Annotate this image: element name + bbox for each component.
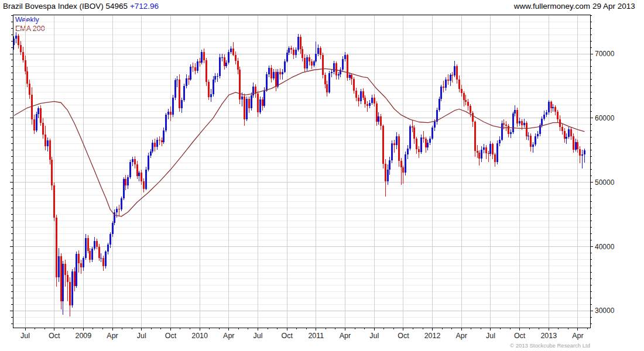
candle-down xyxy=(577,142,578,149)
candle-up xyxy=(568,129,570,137)
candle-down xyxy=(557,112,559,119)
x-axis-label: 2012 xyxy=(424,332,441,340)
candle-down xyxy=(443,87,444,88)
candle-up xyxy=(152,143,153,152)
candle-down xyxy=(154,143,156,147)
candle-down xyxy=(508,126,509,134)
candle-up xyxy=(251,95,252,108)
candle-down xyxy=(42,123,44,135)
candle-down xyxy=(353,79,355,91)
candle-up xyxy=(454,66,455,75)
candle-down xyxy=(456,66,458,80)
candle-down xyxy=(237,61,239,70)
candle-down xyxy=(478,153,480,159)
candle-down xyxy=(302,49,303,57)
candle-up xyxy=(342,59,344,70)
candle-up xyxy=(186,78,187,86)
candle-up xyxy=(100,258,102,259)
candle-down xyxy=(485,147,487,153)
candle-up xyxy=(213,80,214,94)
candle-down xyxy=(161,140,163,142)
candle-down xyxy=(351,75,352,79)
candle-up xyxy=(219,57,221,77)
candle-up xyxy=(266,74,268,90)
candle-up xyxy=(163,130,165,142)
candle-down xyxy=(492,144,494,155)
candle-up xyxy=(230,49,232,51)
candle-up xyxy=(391,143,393,161)
candle-up xyxy=(360,91,362,102)
candle-up xyxy=(123,179,125,198)
candle-down xyxy=(461,89,463,93)
candle-up xyxy=(523,123,525,125)
x-axis-label: Jul xyxy=(20,332,30,340)
candle-up xyxy=(252,87,254,95)
candle-down xyxy=(458,80,460,89)
candle-down xyxy=(561,127,563,131)
x-axis-label: Jul xyxy=(369,332,379,340)
candle-down xyxy=(474,122,476,150)
plot-border xyxy=(13,15,590,328)
candle-up xyxy=(378,116,379,122)
candle-up xyxy=(201,52,203,63)
candle-up xyxy=(37,108,39,114)
y-axis-label: 30000 xyxy=(595,307,615,315)
candle-down xyxy=(447,80,449,81)
candle-down xyxy=(380,116,382,126)
candle-down xyxy=(96,241,98,247)
candle-down xyxy=(554,107,556,112)
candle-down xyxy=(322,55,324,75)
candle-down xyxy=(412,126,413,128)
candle-up xyxy=(105,252,107,266)
x-axis-label: 2009 xyxy=(75,332,91,340)
candle-up xyxy=(344,55,346,59)
candle-up xyxy=(145,170,147,189)
y-axis-label: 40000 xyxy=(595,243,615,251)
candle-down xyxy=(262,99,263,106)
candle-up xyxy=(214,76,216,79)
candle-down xyxy=(550,102,552,108)
candle-down xyxy=(87,238,89,251)
candle-down xyxy=(290,48,292,50)
candle-down xyxy=(53,185,55,218)
x-axis-label: Oct xyxy=(165,332,177,340)
candle-down xyxy=(564,131,566,139)
candle-up xyxy=(313,61,315,66)
x-axis-label: Jul xyxy=(253,332,262,340)
candle-up xyxy=(338,74,340,75)
candle-up xyxy=(71,271,73,305)
candle-down xyxy=(29,84,30,95)
candle-down xyxy=(64,264,66,275)
candle-up xyxy=(91,249,93,260)
candle-up xyxy=(328,73,330,92)
candle-down xyxy=(347,55,348,77)
candle-down xyxy=(80,263,82,267)
candle-up xyxy=(584,150,585,155)
candle-down xyxy=(293,50,294,55)
candle-up xyxy=(407,149,409,155)
y-axis-label: 60000 xyxy=(595,114,615,122)
candle-down xyxy=(194,67,196,70)
candle-up xyxy=(387,170,389,181)
candle-up xyxy=(116,209,118,213)
candle-up xyxy=(537,134,539,136)
candle-down xyxy=(374,98,375,104)
candle-up xyxy=(62,264,64,301)
candle-up xyxy=(286,53,288,61)
candle-up xyxy=(172,98,174,115)
candle-up xyxy=(297,37,299,50)
candle-up xyxy=(420,137,422,152)
candle-down xyxy=(22,52,24,60)
candle-up xyxy=(129,162,131,177)
y-axis-label: 50000 xyxy=(595,178,615,187)
candle-up xyxy=(246,99,248,119)
candle-down xyxy=(472,113,474,122)
candle-up xyxy=(165,115,167,130)
candle-down xyxy=(232,49,234,55)
candle-down xyxy=(463,93,465,100)
candle-up xyxy=(121,198,122,209)
x-axis-label: 2011 xyxy=(308,332,324,340)
candle-down xyxy=(530,136,532,147)
candle-down xyxy=(159,140,160,140)
candle-up xyxy=(58,256,60,277)
